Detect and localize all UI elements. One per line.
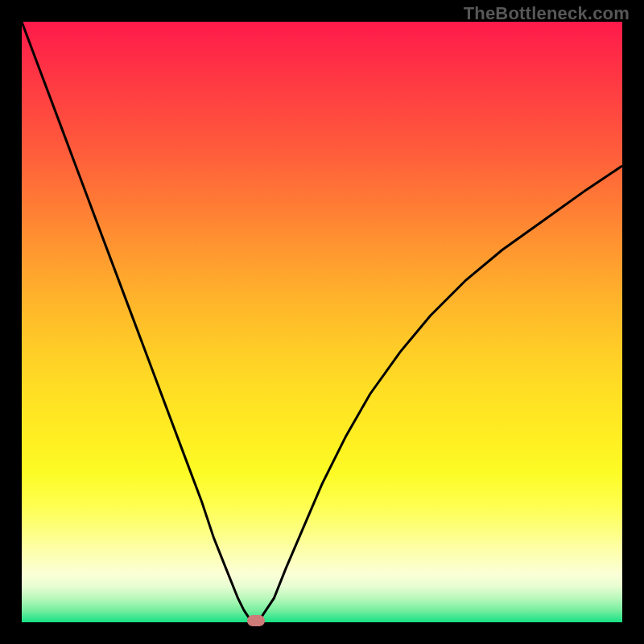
- minimum-marker: [247, 615, 265, 626]
- chart-frame: TheBottleneck.com: [0, 0, 644, 644]
- bottleneck-curve: [22, 22, 622, 622]
- watermark-text: TheBottleneck.com: [464, 3, 630, 24]
- plot-area: [22, 22, 622, 622]
